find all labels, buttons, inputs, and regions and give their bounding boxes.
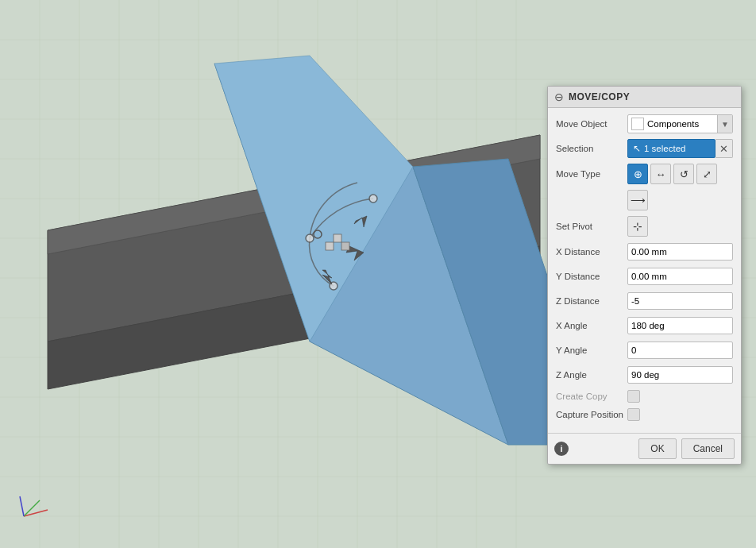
minimize-icon: ⊖ bbox=[554, 91, 564, 103]
y-angle-label: Y Angle bbox=[556, 345, 627, 355]
z-angle-control bbox=[627, 366, 733, 384]
x-angle-row: X Angle bbox=[556, 316, 733, 335]
selection-label: Selection bbox=[556, 144, 627, 153]
x-distance-input[interactable] bbox=[627, 243, 733, 260]
svg-point-38 bbox=[306, 234, 314, 242]
move-type-group: ⊕ ↔ ↺ ⤢ bbox=[627, 164, 733, 184]
dialog-footer: i OK Cancel bbox=[548, 433, 741, 464]
z-angle-row: Z Angle bbox=[556, 365, 733, 384]
move-type-x[interactable]: ↔ bbox=[650, 164, 671, 184]
y-angle-input[interactable] bbox=[627, 342, 733, 359]
x-distance-control bbox=[627, 243, 733, 260]
move-type-row-2: ⟶ bbox=[556, 190, 733, 210]
y-angle-control bbox=[627, 342, 733, 359]
move-type-rotate[interactable]: ↺ bbox=[673, 164, 694, 184]
move-type-free[interactable]: ⊕ bbox=[627, 164, 648, 184]
y-distance-input[interactable] bbox=[627, 268, 733, 285]
capture-position-label: Capture Position bbox=[556, 410, 627, 419]
move-object-control: Components ▼ bbox=[627, 114, 733, 133]
set-pivot-button[interactable]: ⊹ bbox=[627, 216, 648, 237]
cancel-button[interactable]: Cancel bbox=[681, 438, 735, 459]
move-type-z[interactable]: ⟶ bbox=[627, 190, 648, 210]
move-type-scale[interactable]: ⤢ bbox=[696, 164, 717, 184]
component-icon bbox=[631, 118, 644, 130]
dialog-title: MOVE/COPY bbox=[569, 91, 630, 102]
selection-value: 1 selected bbox=[644, 144, 685, 153]
y-distance-row: Y Distance bbox=[556, 267, 733, 286]
move-type-control: ⊕ ↔ ↺ ⤢ bbox=[627, 164, 733, 184]
set-pivot-row: Set Pivot ⊹ bbox=[556, 216, 733, 237]
selection-control: ↖ 1 selected ✕ bbox=[627, 139, 733, 158]
move-object-dropdown[interactable]: Components ▼ bbox=[627, 114, 733, 133]
dropdown-arrow-icon: ▼ bbox=[717, 115, 732, 133]
move-type-row: Move Type ⊕ ↔ ↺ ⤢ bbox=[556, 164, 733, 184]
set-pivot-control: ⊹ bbox=[627, 216, 733, 237]
move-copy-dialog: ⊖ MOVE/COPY Move Object Components ▼ Sel… bbox=[547, 86, 742, 465]
move-type-label: Move Type bbox=[556, 169, 627, 179]
info-icon-label: i bbox=[560, 444, 562, 453]
move-object-label: Move Object bbox=[556, 119, 627, 129]
capture-position-row: Capture Position bbox=[556, 408, 733, 421]
z-distance-row: Z Distance bbox=[556, 291, 733, 311]
x-distance-row: X Distance bbox=[556, 242, 733, 261]
create-copy-label: Create Copy bbox=[556, 392, 627, 401]
z-distance-label: Z Distance bbox=[556, 296, 627, 306]
create-copy-row: Create Copy bbox=[556, 390, 733, 403]
x-angle-input[interactable] bbox=[627, 317, 733, 334]
y-distance-label: Y Distance bbox=[556, 272, 627, 281]
capture-position-checkbox[interactable] bbox=[627, 408, 640, 421]
y-angle-row: Y Angle bbox=[556, 341, 733, 360]
x-angle-control bbox=[627, 317, 733, 334]
ok-button[interactable]: OK bbox=[638, 438, 676, 459]
move-type-control-2: ⟶ bbox=[627, 190, 733, 210]
svg-rect-44 bbox=[326, 242, 334, 250]
svg-rect-43 bbox=[341, 242, 349, 250]
selection-clear-button[interactable]: ✕ bbox=[716, 139, 733, 158]
dialog-titlebar: ⊖ MOVE/COPY bbox=[548, 87, 741, 108]
move-object-value: Components bbox=[647, 119, 714, 129]
x-distance-label: X Distance bbox=[556, 247, 627, 257]
create-copy-checkbox[interactable] bbox=[627, 390, 640, 403]
z-distance-control bbox=[627, 292, 733, 310]
z-distance-input[interactable] bbox=[627, 292, 733, 310]
svg-point-36 bbox=[369, 195, 377, 203]
set-pivot-label: Set Pivot bbox=[556, 222, 627, 231]
dialog-body: Move Object Components ▼ Selection ↖ 1 s… bbox=[548, 108, 741, 433]
selection-button[interactable]: ↖ 1 selected bbox=[627, 139, 716, 158]
y-distance-control bbox=[627, 268, 733, 285]
svg-rect-42 bbox=[334, 234, 341, 242]
cursor-icon: ↖ bbox=[633, 143, 641, 154]
z-angle-label: Z Angle bbox=[556, 370, 627, 380]
info-icon[interactable]: i bbox=[554, 442, 569, 456]
move-type-group-2: ⟶ bbox=[627, 190, 733, 210]
z-angle-input[interactable] bbox=[627, 366, 733, 384]
selection-row: Selection ↖ 1 selected ✕ bbox=[556, 139, 733, 158]
x-angle-label: X Angle bbox=[556, 321, 627, 330]
move-object-row: Move Object Components ▼ bbox=[556, 114, 733, 133]
